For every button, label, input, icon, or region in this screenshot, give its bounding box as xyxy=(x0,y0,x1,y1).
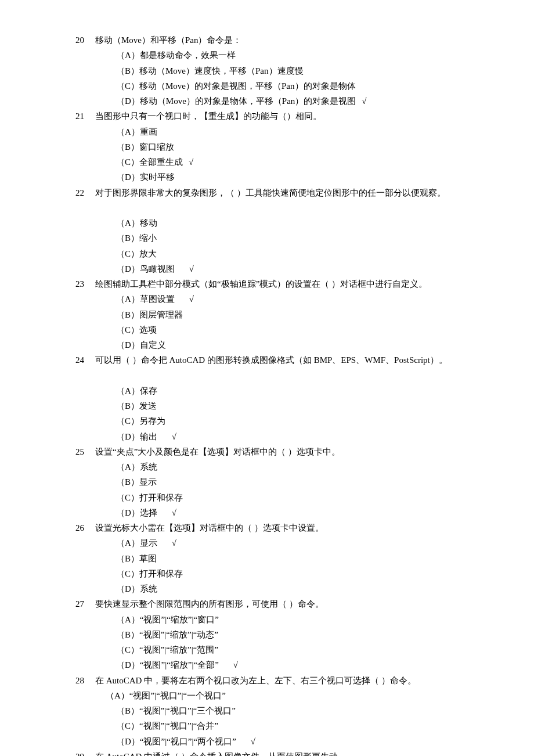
question-number: 23 xyxy=(75,276,95,291)
question-28-options: （B）“视图”|“视口”|“三个视口” （C）“视图”|“视口”|“合并” （D… xyxy=(75,703,464,749)
option-d: （D）输出 √ xyxy=(116,429,464,444)
question-27-options: （A）“视图”|“缩放”|“窗口” （B）“视图”|“缩放”|“动态” （C）“… xyxy=(75,612,464,673)
check-icon: √ xyxy=(183,291,194,307)
question-text: 绘图辅助工具栏中部分模式（如“极轴追踪”模式）的设置在（ ）对话框中进行自定义。 xyxy=(95,276,464,291)
option-c: （C）打开和保存 xyxy=(116,566,464,581)
option-c: （C）全部重生成√ xyxy=(116,154,464,170)
check-icon: √ xyxy=(166,535,176,550)
question-text: 可以用（ ）命令把 AutoCAD 的图形转换成图像格式（如 BMP、EPS、W… xyxy=(95,352,464,368)
option-d: （D）自定义 xyxy=(116,337,464,352)
option-c: （C）放大 xyxy=(116,246,464,261)
option-a: （A）显示 √ xyxy=(116,535,464,550)
option-d: （D）选择 √ xyxy=(116,505,464,520)
option-a: （A）都是移动命令，效果一样 xyxy=(116,48,464,63)
question-number: 25 xyxy=(75,444,95,459)
option-b: （B）“视图”|“缩放”|“动态” xyxy=(116,627,464,642)
question-29: 29 在 AutoCAD 中通过（ ）命令插入图像文件，从而使图形更生动。 xyxy=(75,749,464,756)
option-d: （D）移动（Move）的对象是物体，平移（Pan）的对象是视图√ xyxy=(116,93,464,109)
option-b: （B）窗口缩放 xyxy=(116,139,464,154)
option-c: （C）“视图”|“缩放”|“范围” xyxy=(116,642,464,657)
option-b: （B）缩小 xyxy=(116,231,464,246)
option-a: （A）“视图”|“视口”|“一个视口” xyxy=(106,688,464,703)
option-c: （C）打开和保存 xyxy=(116,490,464,505)
question-28-option-a: （A）“视图”|“视口”|“一个视口” xyxy=(75,688,464,703)
option-b: （B）移动（Move）速度快，平移（Pan）速度慢 xyxy=(116,63,464,78)
option-c: （C）选项 xyxy=(116,322,464,337)
option-c: （C）另存为 xyxy=(116,413,464,429)
question-text: 设置“夹点”大小及颜色是在【选项】对话框中的（ ）选项卡中。 xyxy=(95,444,464,459)
question-text: 设置光标大小需在【选项】对话框中的（ ）选项卡中设置。 xyxy=(95,520,464,535)
question-number: 26 xyxy=(75,520,95,535)
check-icon: √ xyxy=(183,154,193,170)
question-text: 对于图形界限非常大的复杂图形，（ ）工具能快速简便地定位图形中的任一部分以便观察… xyxy=(95,185,464,200)
document-page: 20 移动（Move）和平移（Pan）命令是： （A）都是移动命令，效果一样 （… xyxy=(0,0,534,756)
question-26: 26 设置光标大小需在【选项】对话框中的（ ）选项卡中设置。 xyxy=(75,520,464,535)
option-a: （A）草图设置 √ xyxy=(116,291,464,307)
question-24-options: （A）保存 （B）发送 （C）另存为 （D）输出 √ xyxy=(75,383,464,444)
question-number: 24 xyxy=(75,352,95,368)
option-d: （D）“视图”|“缩放”|“全部” √ xyxy=(116,657,464,672)
question-number: 29 xyxy=(75,749,95,756)
question-text: 在 AutoCAD 中通过（ ）命令插入图像文件，从而使图形更生动。 xyxy=(95,749,464,756)
option-a: （A）系统 xyxy=(116,459,464,474)
option-a: （A）“视图”|“缩放”|“窗口” xyxy=(116,612,464,627)
question-27: 27 要快速显示整个图限范围内的所有图形，可使用（ ）命令。 xyxy=(75,596,464,611)
question-20: 20 移动（Move）和平移（Pan）命令是： xyxy=(75,33,464,48)
question-22: 22 对于图形界限非常大的复杂图形，（ ）工具能快速简便地定位图形中的任一部分以… xyxy=(75,185,464,200)
question-23-options: （A）草图设置 √ （B）图层管理器 （C）选项 （D）自定义 xyxy=(75,291,464,352)
option-b: （B）图层管理器 xyxy=(116,307,464,322)
question-number: 20 xyxy=(75,33,95,48)
option-b: （B）发送 xyxy=(116,398,464,413)
option-a: （A）重画 xyxy=(116,124,464,139)
question-20-options: （A）都是移动命令，效果一样 （B）移动（Move）速度快，平移（Pan）速度慢… xyxy=(75,48,464,109)
check-icon: √ xyxy=(166,429,176,444)
check-icon: √ xyxy=(166,505,176,520)
question-26-options: （A）显示 √ （B）草图 （C）打开和保存 （D）系统 xyxy=(75,535,464,596)
option-b: （B）“视图”|“视口”|“三个视口” xyxy=(116,703,464,718)
blank-line xyxy=(75,368,464,383)
question-text: 当图形中只有一个视口时，【重生成】的功能与（）相同。 xyxy=(95,109,464,124)
option-a: （A）保存 xyxy=(116,383,464,398)
question-21: 21 当图形中只有一个视口时，【重生成】的功能与（）相同。 xyxy=(75,109,464,124)
question-25: 25 设置“夹点”大小及颜色是在【选项】对话框中的（ ）选项卡中。 xyxy=(75,444,464,459)
question-number: 27 xyxy=(75,596,95,611)
check-icon: √ xyxy=(245,734,255,749)
question-22-options: （A）移动 （B）缩小 （C）放大 （D）鸟瞰视图 √ xyxy=(75,215,464,276)
check-icon: √ xyxy=(356,93,366,109)
check-icon: √ xyxy=(183,261,194,276)
blank-line xyxy=(75,200,464,215)
question-number: 22 xyxy=(75,185,95,200)
question-number: 21 xyxy=(75,109,95,124)
question-21-options: （A）重画 （B）窗口缩放 （C）全部重生成√ （D）实时平移 xyxy=(75,124,464,185)
question-text: 在 AutoCAD 中，要将左右两个视口改为左上、左下、右三个视口可选择（ ）命… xyxy=(95,673,464,688)
question-text: 要快速显示整个图限范围内的所有图形，可使用（ ）命令。 xyxy=(95,596,464,611)
option-d: （D）鸟瞰视图 √ xyxy=(116,261,464,276)
option-c: （C）移动（Move）的对象是视图，平移（Pan）的对象是物体 xyxy=(116,78,464,93)
option-b: （B）显示 xyxy=(116,474,464,489)
question-24: 24 可以用（ ）命令把 AutoCAD 的图形转换成图像格式（如 BMP、EP… xyxy=(75,352,464,368)
question-23: 23 绘图辅助工具栏中部分模式（如“极轴追踪”模式）的设置在（ ）对话框中进行自… xyxy=(75,276,464,291)
option-d: （D）实时平移 xyxy=(116,170,464,185)
question-28: 28 在 AutoCAD 中，要将左右两个视口改为左上、左下、右三个视口可选择（… xyxy=(75,673,464,688)
question-25-options: （A）系统 （B）显示 （C）打开和保存 （D）选择 √ xyxy=(75,459,464,520)
option-c: （C）“视图”|“视口”|“合并” xyxy=(116,718,464,733)
question-text: 移动（Move）和平移（Pan）命令是： xyxy=(95,33,464,48)
option-b: （B）草图 xyxy=(116,551,464,566)
option-d: （D）系统 xyxy=(116,581,464,596)
question-number: 28 xyxy=(75,673,95,688)
option-a: （A）移动 xyxy=(116,215,464,231)
check-icon: √ xyxy=(228,657,238,672)
option-d: （D）“视图”|“视口”|“两个视口” √ xyxy=(116,734,464,749)
